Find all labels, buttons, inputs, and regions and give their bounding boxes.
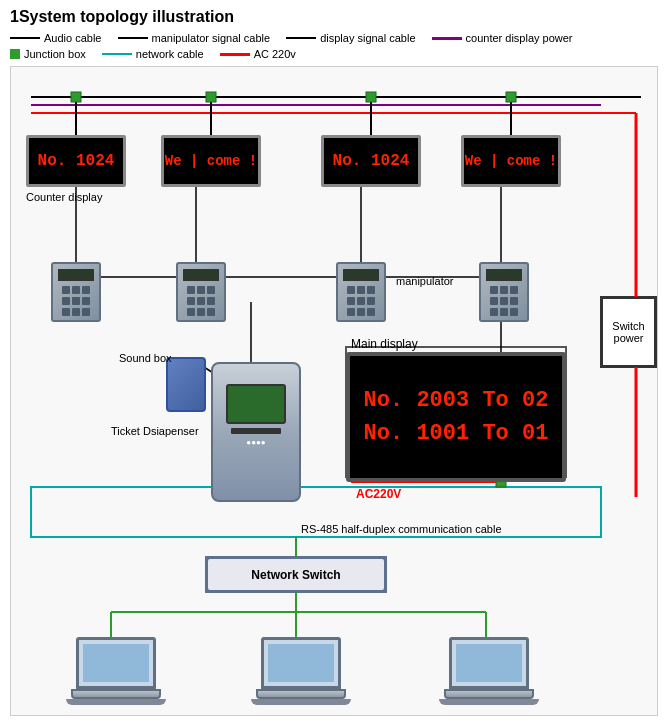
manipulator-3 [336, 262, 386, 322]
dispenser-slot [231, 428, 281, 434]
legend-display-signal: display signal cable [286, 32, 415, 44]
legend-ac: AC 220v [220, 48, 296, 60]
switch-power-label: Switchpower [612, 320, 644, 344]
manip-screen-1 [58, 269, 94, 281]
manipulator-2 [176, 262, 226, 322]
laptop-foot-3 [439, 699, 539, 705]
legend-junction-dot: Junction box [10, 48, 86, 60]
laptop-1 [66, 637, 166, 705]
counter-display-2: We | come ! [161, 135, 261, 187]
laptop-screen-1 [76, 637, 156, 689]
legend-counter-power: counter display power [432, 32, 573, 44]
svg-rect-10 [506, 92, 516, 102]
legend-audio-cable: Audio cable [10, 32, 102, 44]
network-switch: Network Switch [206, 557, 386, 592]
dispenser-screen [226, 384, 286, 424]
switch-power: Switchpower [601, 297, 656, 367]
main-display-line1: No. 2003 To 02 [364, 384, 549, 417]
ac220v-label: AC220V [356, 487, 401, 501]
laptop-3 [439, 637, 539, 705]
legend-manipulator-signal: manipulator signal cable [118, 32, 271, 44]
page-title: 1System topology illustration [10, 8, 656, 26]
legend: Audio cable manipulator signal cable dis… [10, 32, 656, 60]
svg-rect-9 [366, 92, 376, 102]
sound-box [166, 357, 206, 412]
system-diagram: No. 1024 We | come ! No. 1024 We | come … [10, 66, 658, 716]
manip-screen-3 [343, 269, 379, 281]
legend-network-cable: network cable [102, 48, 204, 60]
sound-box-label: Sound box [119, 352, 172, 364]
svg-rect-8 [206, 92, 216, 102]
manip-keys-row2-1 [62, 297, 90, 305]
ticket-dispenser-label: Ticket Dsiapenser [111, 425, 199, 437]
manip-screen-2 [183, 269, 219, 281]
laptop-foot-1 [66, 699, 166, 705]
laptop-base-3 [444, 689, 534, 699]
dispenser-logo: ●●●● [246, 438, 265, 447]
main-display-line2: No. 1001 To 01 [364, 417, 549, 450]
counter-display-1: No. 1024 [26, 135, 126, 187]
manipulator-1 [51, 262, 101, 322]
laptop-screen-2 [261, 637, 341, 689]
network-switch-label: Network Switch [251, 568, 340, 582]
manip-keys-row3-1 [62, 308, 90, 316]
counter-display-3: No. 1024 [321, 135, 421, 187]
laptop-screen-3 [449, 637, 529, 689]
counter-display-label: Counter display [26, 191, 102, 203]
rs485-label: RS-485 half-duplex communication cable [301, 523, 502, 535]
svg-rect-7 [71, 92, 81, 102]
main-display-label: Main display [351, 337, 418, 351]
ticket-dispenser: ●●●● [211, 362, 301, 502]
laptop-foot-2 [251, 699, 351, 705]
manipulator-4 [479, 262, 529, 322]
laptop-2 [251, 637, 351, 705]
laptop-base-1 [71, 689, 161, 699]
laptop-base-2 [256, 689, 346, 699]
main-display: No. 2003 To 02 No. 1001 To 01 [346, 352, 566, 482]
manip-screen-4 [486, 269, 522, 281]
manip-keys-row1-1 [62, 286, 90, 294]
manipulator-label: manipulator [396, 275, 453, 287]
counter-display-4: We | come ! [461, 135, 561, 187]
